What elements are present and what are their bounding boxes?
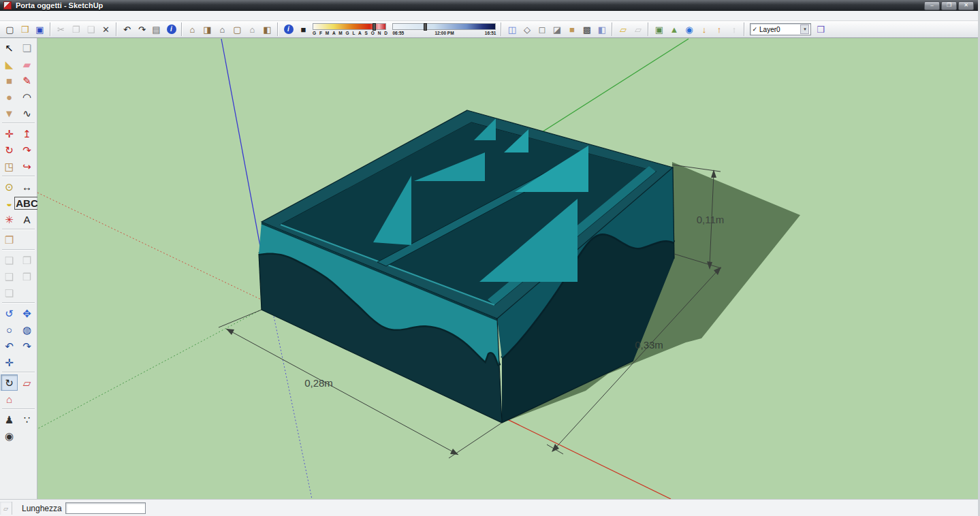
toggle-terrain-button[interactable]: ▲: [667, 22, 681, 37]
menu-bar: [0, 11, 978, 21]
dimensions-tool[interactable]: ↔: [18, 178, 35, 195]
minimize-button[interactable]: –: [924, 1, 940, 10]
group-planes-tool[interactable]: ❐: [1, 231, 18, 248]
share-model-button[interactable]: ↑: [712, 22, 726, 37]
display-section-planes-tool[interactable]: ▱: [18, 374, 35, 391]
window-title: Porta oggetti - SketchUp: [16, 1, 103, 10]
text-3d-tool[interactable]: A: [18, 211, 35, 227]
time-slider-bar[interactable]: [392, 23, 496, 30]
pan-tool[interactable]: ✥: [18, 305, 35, 321]
style-hiddenline-button[interactable]: ◻: [535, 22, 549, 37]
freehand-tool[interactable]: ∿: [18, 105, 35, 121]
solid-intersect-tool[interactable]: ❐: [18, 252, 35, 268]
share-component-button[interactable]: ↑: [727, 22, 741, 37]
make-component-tool[interactable]: ❏: [18, 39, 35, 56]
solid-union-tool[interactable]: ❑: [1, 268, 18, 285]
offset-tool[interactable]: ↪: [18, 158, 35, 174]
new-button[interactable]: ▢: [3, 22, 17, 37]
scale-tool[interactable]: ◳: [1, 158, 18, 174]
redo-button[interactable]: ↷: [135, 22, 149, 37]
axes-tool[interactable]: ✳: [1, 211, 18, 227]
geolocation-icon[interactable]: ▱: [0, 502, 12, 515]
google-earth-button[interactable]: ◉: [682, 22, 696, 37]
viewport-canvas[interactable]: 0,11m 0,33m 0,28m: [37, 38, 980, 499]
dimension-label-width: 0,28m: [304, 377, 333, 389]
line-tool[interactable]: ✎: [18, 72, 35, 88]
layer-current-value: Layer0: [759, 26, 800, 33]
copy-button[interactable]: ❐: [69, 22, 83, 37]
zoom-tool[interactable]: ○: [1, 321, 18, 338]
layer-dropdown[interactable]: ✓ Layer0 ▾: [750, 23, 811, 35]
move-tool[interactable]: ✛: [1, 125, 18, 142]
layer-manager-button[interactable]: ❒: [813, 22, 827, 37]
paste-button[interactable]: ❑: [84, 22, 98, 37]
palette-separator: [2, 249, 35, 251]
position-camera-tool[interactable]: ♟: [1, 411, 18, 428]
arc-tool[interactable]: ◠: [18, 88, 35, 105]
polygon-tool[interactable]: ▼: [1, 105, 18, 121]
rectangle-tool[interactable]: ■: [1, 72, 18, 88]
look-around-tool[interactable]: ◉: [1, 428, 18, 444]
cut-button[interactable]: ✂: [54, 22, 68, 37]
undo-button[interactable]: ↶: [120, 22, 134, 37]
style-xray-button[interactable]: ◫: [505, 22, 519, 37]
view-back-button[interactable]: ⌂: [245, 22, 259, 37]
rotate-tool[interactable]: ↻: [1, 142, 18, 158]
layer-visible-check-icon: ✓: [752, 26, 757, 33]
zoom-extents-tool[interactable]: ✛: [1, 354, 18, 370]
time-slider-handle[interactable]: [424, 23, 427, 31]
view-right-button[interactable]: ▢: [230, 22, 244, 37]
push-pull-tool[interactable]: ↥: [18, 125, 35, 142]
style-shaded-button[interactable]: ■: [565, 22, 579, 37]
section-cuts-display-button[interactable]: ▱: [631, 22, 645, 37]
display-section-cuts-tool[interactable]: ⌂: [1, 391, 18, 407]
style-wireframe-button[interactable]: ◇: [520, 22, 534, 37]
zoom-next-tool[interactable]: ↷: [18, 338, 35, 354]
zoom-previous-tool[interactable]: ↶: [1, 338, 18, 354]
shadow-toggle-button[interactable]: ■: [296, 22, 311, 37]
tape-measure-tool[interactable]: ⊙: [1, 178, 18, 195]
month-slider-handle[interactable]: [373, 23, 376, 31]
get-models-button[interactable]: ↓: [697, 22, 711, 37]
view-top-button[interactable]: ◨: [200, 22, 215, 37]
zoom-window-tool[interactable]: ◍: [18, 321, 35, 338]
restore-button[interactable]: ❐: [941, 1, 957, 10]
paint-bucket-tool[interactable]: ◣: [1, 56, 18, 72]
open-button[interactable]: ❒: [18, 22, 32, 37]
model-info-button[interactable]: i: [164, 22, 178, 37]
palette-separator: [2, 123, 35, 124]
chevron-down-icon[interactable]: ▾: [800, 25, 809, 34]
orbit-tool[interactable]: ↺: [1, 305, 18, 321]
shadow-month-slider[interactable]: G F M A M G L A S O N D: [313, 23, 388, 35]
view-front-button[interactable]: ⌂: [215, 22, 230, 37]
measurement-input[interactable]: [65, 502, 146, 514]
solid-outer-shell-tool[interactable]: ❏: [1, 252, 18, 268]
select-tool[interactable]: ↖: [1, 39, 18, 56]
walk-tool[interactable]: ∵: [18, 411, 35, 428]
palette-separator: [2, 372, 35, 373]
add-location-button[interactable]: ▣: [652, 22, 666, 37]
style-backedges-button[interactable]: ◪: [550, 22, 564, 37]
close-button[interactable]: ✕: [958, 1, 974, 10]
toolbar-separator: [181, 22, 183, 36]
save-button[interactable]: ▣: [33, 22, 47, 37]
month-slider-bar[interactable]: [313, 23, 386, 30]
style-textured-button[interactable]: ▩: [580, 22, 594, 37]
section-plane-display-button[interactable]: ▱: [616, 22, 630, 37]
palette-separator: [2, 229, 35, 230]
view-left-button[interactable]: ◧: [260, 22, 274, 37]
style-monochrome-button[interactable]: ◧: [595, 22, 609, 37]
view-iso-button[interactable]: ⌂: [185, 22, 200, 37]
shadow-time-slider[interactable]: 06:55 12:00 PM 16:51: [392, 23, 496, 35]
solid-subtract-tool[interactable]: ❒: [18, 268, 35, 285]
text-tool[interactable]: ABC: [18, 195, 35, 211]
section-plane-tool[interactable]: ↻: [1, 374, 18, 391]
time-end-label: 16:51: [485, 31, 496, 35]
print-button[interactable]: ▤: [149, 22, 163, 37]
circle-tool[interactable]: ●: [1, 88, 18, 105]
follow-me-tool[interactable]: ↷: [18, 142, 35, 158]
shadow-settings-button[interactable]: i: [281, 22, 296, 37]
solid-trim-tool[interactable]: ❏: [1, 285, 18, 301]
delete-button[interactable]: ✕: [99, 22, 113, 37]
eraser-tool[interactable]: ▰: [18, 56, 35, 72]
